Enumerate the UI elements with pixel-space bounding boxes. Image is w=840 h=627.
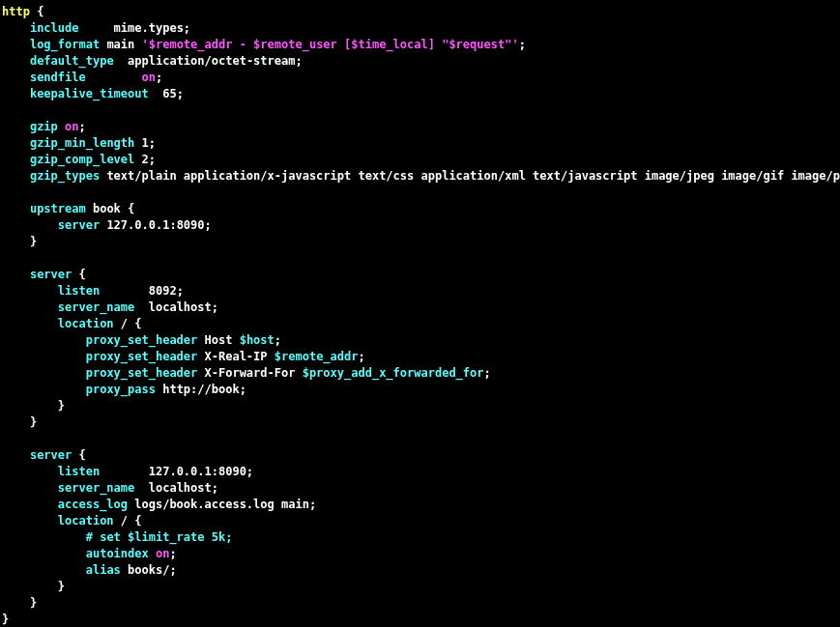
code-line: location / { xyxy=(2,317,142,330)
code-line: } xyxy=(2,399,65,413)
code-line: default_type application/octet-stream; xyxy=(2,54,303,68)
code-line: autoindex on; xyxy=(2,547,177,560)
code-line: server 127.0.0.1:8090; xyxy=(2,218,212,232)
code-line: gzip_types text/plain application/x-java… xyxy=(2,169,840,183)
code-line: server_name localhost; xyxy=(2,300,218,314)
code-line: http { xyxy=(2,5,43,18)
code-line: gzip on; xyxy=(2,120,86,133)
code-line: proxy_set_header X-Forward-For $proxy_ad… xyxy=(2,366,491,380)
code-line: location / { xyxy=(2,514,142,527)
code-line: } xyxy=(2,580,65,593)
code-line: proxy_set_header Host $host; xyxy=(2,333,281,347)
nginx-config-code: http { include mime.types; log_format ma… xyxy=(0,0,840,627)
code-line: access_log logs/book.access.log main; xyxy=(2,498,316,511)
code-line: include mime.types; xyxy=(2,21,190,35)
code-line: sendfile on; xyxy=(2,71,162,84)
code-line: log_format main '$remote_addr - $remote_… xyxy=(2,38,526,51)
code-line: server { xyxy=(2,448,86,462)
code-line: keepalive_timeout 65; xyxy=(2,87,184,100)
code-line: # set $limit_rate 5k; xyxy=(2,530,232,544)
code-line: } xyxy=(2,596,37,610)
code-line: gzip_min_length 1; xyxy=(2,136,156,150)
code-line: server { xyxy=(2,268,86,281)
code-line: } xyxy=(2,415,37,429)
code-line: } xyxy=(2,613,9,626)
code-line: gzip_comp_level 2; xyxy=(2,153,156,166)
code-line: alias books/; xyxy=(2,563,177,577)
code-line: listen 127.0.0.1:8090; xyxy=(2,465,253,478)
code-line: proxy_pass http://book; xyxy=(2,383,246,396)
code-line: } xyxy=(2,235,37,248)
code-line: server_name localhost; xyxy=(2,481,218,495)
code-line: proxy_set_header X-Real-IP $remote_addr; xyxy=(2,350,365,363)
code-line: listen 8092; xyxy=(2,284,184,298)
code-line: upstream book { xyxy=(2,202,134,215)
